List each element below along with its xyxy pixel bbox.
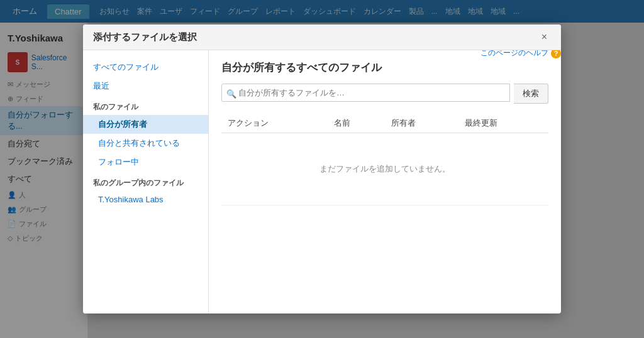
file-select-modal: 添付するファイルを選択 × すべてのファイル 最近 私のファイル 自分が所有者 … — [83, 25, 561, 313]
modal-body: すべてのファイル 最近 私のファイル 自分が所有者 自分と共有されている フォロ… — [83, 50, 561, 313]
file-table: アクション 名前 所有者 最終更新 まだファイルを追加していません。 — [221, 114, 548, 205]
table-empty-row: まだファイルを追加していません。 — [221, 133, 548, 205]
help-link[interactable]: このページのヘルプ — [480, 50, 548, 58]
modal-main-content: 自分が所有するすべてのファイル このページのヘルプ ? 🔍 検索 — [209, 50, 561, 313]
modal-sidebar-my-files-section: 私のファイル — [83, 95, 208, 115]
modal-main-title: 自分が所有するすべてのファイル — [221, 60, 548, 75]
search-input[interactable] — [221, 84, 510, 102]
column-action: アクション — [221, 114, 328, 133]
modal-overlay: 添付するファイルを選択 × すべてのファイル 最近 私のファイル 自分が所有者 … — [0, 0, 644, 338]
modal-close-button[interactable]: × — [538, 31, 551, 43]
modal-title: 添付するファイルを選択 — [93, 31, 197, 43]
modal-sidebar-all-files[interactable]: すべてのファイル — [83, 58, 208, 77]
modal-sidebar-owned-by-me[interactable]: 自分が所有者 — [83, 115, 208, 134]
help-link-area: このページのヘルプ ? — [480, 50, 561, 58]
help-icon[interactable]: ? — [551, 50, 561, 58]
empty-message: まだファイルを追加していません。 — [228, 138, 542, 200]
modal-sidebar-group-name[interactable]: T.Yoshikawa Labs — [83, 191, 208, 208]
column-owner: 所有者 — [385, 114, 458, 133]
modal-sidebar-shared-with-me[interactable]: 自分と共有されている — [83, 134, 208, 153]
modal-sidebar-group-files-section: 私のグループ内のファイル — [83, 172, 208, 191]
column-name: 名前 — [328, 114, 385, 133]
column-last-modified: 最終更新 — [458, 114, 548, 133]
modal-sidebar-recent[interactable]: 最近 — [83, 77, 208, 95]
search-input-wrap: 🔍 — [221, 84, 510, 104]
search-bar: 🔍 検索 — [221, 84, 548, 104]
modal-sidebar-following[interactable]: フォロー中 — [83, 153, 208, 172]
modal-sidebar: すべてのファイル 最近 私のファイル 自分が所有者 自分と共有されている フォロ… — [83, 50, 209, 313]
search-button[interactable]: 検索 — [514, 84, 548, 104]
modal-header: 添付するファイルを選択 × — [83, 25, 561, 50]
search-icon: 🔍 — [226, 89, 236, 99]
